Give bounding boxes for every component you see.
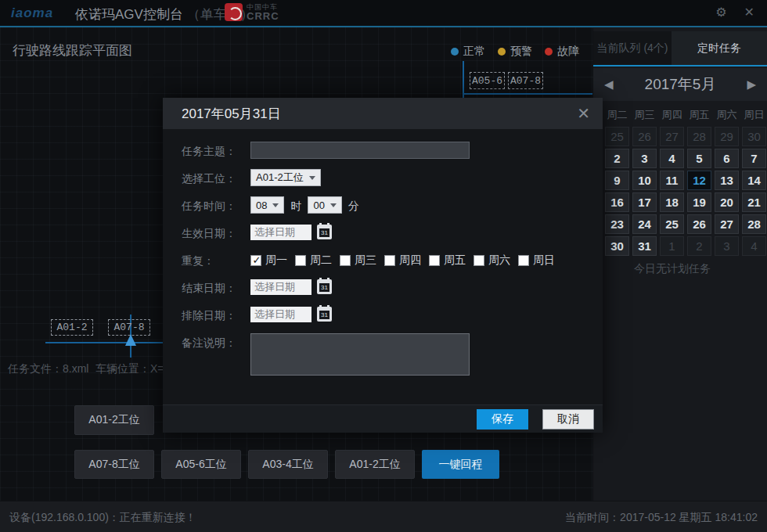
panel-tabs: 当前队列 (4个) 定时任务 (593, 31, 767, 66)
minute-select[interactable]: 00 (308, 196, 341, 214)
repeat-day-label: 周三 (355, 253, 376, 268)
cancel-button[interactable]: 取消 (542, 409, 594, 430)
no-tasks-message: 今日无计划任务 (578, 262, 767, 276)
calendar-day[interactable]: 29 (715, 127, 739, 146)
note-row: 备注说明： (182, 333, 584, 376)
calendar-day[interactable]: 25 (605, 127, 629, 146)
weekday-label: 周四 (660, 108, 684, 122)
calendar-day[interactable]: 7 (742, 149, 766, 168)
calendar-nav: ◀ 2017年5月 ▶ (593, 68, 767, 101)
dialog-close-icon[interactable]: ✕ (577, 104, 590, 123)
checkbox-icon (250, 255, 261, 266)
repeat-day-checkbox[interactable]: 周日 (518, 253, 555, 268)
calendar-day[interactable]: 27 (715, 214, 739, 234)
repeat-day-checkbox[interactable]: 周五 (429, 253, 466, 268)
calendar-day[interactable]: 18 (660, 192, 684, 212)
calendar-day[interactable]: 27 (660, 127, 684, 146)
status-dot-icon (498, 48, 506, 56)
calendar-picker-icon[interactable] (317, 225, 332, 239)
tab-current-queue[interactable]: 当前队列 (4个) (593, 31, 672, 65)
repeat-day-checkbox[interactable]: 周二 (295, 253, 332, 268)
calendar-day[interactable]: 10 (632, 171, 657, 190)
station-node[interactable]: A05-6 (470, 72, 505, 89)
weekday-label: 周五 (687, 108, 711, 122)
end-date-input[interactable]: 选择日期 (250, 279, 311, 295)
calendar-day[interactable]: 26 (687, 214, 711, 234)
station-node[interactable]: A07-8 (508, 72, 543, 89)
checkbox-icon (518, 255, 529, 266)
repeat-day-checkbox[interactable]: 周四 (384, 253, 421, 268)
calendar-picker-icon[interactable] (317, 279, 332, 294)
legend-item: 故障 (545, 45, 579, 59)
save-button[interactable]: 保存 (477, 409, 528, 430)
calendar-day[interactable]: 6 (715, 149, 739, 168)
calendar-day[interactable]: 3 (632, 149, 657, 168)
checkbox-icon (429, 255, 440, 266)
gear-icon[interactable]: ⚙ (715, 5, 726, 20)
station-node[interactable]: A07-8 (108, 319, 150, 336)
calendar-day[interactable]: 9 (605, 171, 629, 190)
station-button[interactable]: A03-4工位 (248, 450, 328, 479)
station-button[interactable]: A01-2工位 (335, 450, 415, 479)
repeat-day-checkbox[interactable]: 周三 (340, 253, 376, 268)
calendar-day[interactable]: 31 (632, 236, 657, 256)
dialog-body: 任务主题： 选择工位： A01-2工位 任务时间： 08 时 00 (163, 129, 603, 376)
hour-select[interactable]: 08 (250, 196, 284, 214)
calendar-day[interactable]: 30 (742, 127, 766, 146)
calendar-day[interactable]: 16 (605, 192, 629, 212)
repeat-day-label: 周日 (533, 253, 555, 268)
repeat-day-label: 周五 (444, 253, 466, 268)
calendar-day[interactable]: 4 (660, 149, 684, 168)
chevron-down-icon (272, 203, 279, 207)
calendar-picker-icon[interactable] (317, 307, 332, 322)
repeat-day-checkbox[interactable]: 周六 (474, 253, 510, 268)
station-node[interactable]: A01-2 (51, 319, 93, 336)
tab-timed-tasks[interactable]: 定时任务 (672, 31, 767, 65)
task-time-row: 任务时间： 08 时 00 分 (182, 196, 584, 214)
calendar-day[interactable]: 26 (632, 127, 657, 146)
station-select[interactable]: A01-2工位 (250, 169, 321, 186)
calendar-day[interactable]: 12 (687, 171, 711, 190)
prev-month-icon[interactable]: ◀ (604, 77, 614, 92)
calendar-day[interactable]: 13 (715, 171, 739, 190)
calendar-day[interactable]: 19 (687, 192, 711, 212)
calendar-day[interactable]: 25 (660, 214, 684, 234)
repeat-day-checkbox[interactable]: 周一 (250, 253, 287, 268)
calendar-day[interactable]: 20 (715, 192, 739, 212)
repeat-row: 重复： 周一 周二 周三 周四 (182, 251, 584, 268)
window-close-icon[interactable]: ✕ (744, 5, 754, 20)
station-button[interactable]: A07-8工位 (74, 450, 154, 479)
vehicle-position-marker (125, 334, 136, 346)
station-button[interactable]: A05-6工位 (161, 450, 241, 479)
calendar-day[interactable]: 24 (632, 214, 657, 234)
calendar-day[interactable]: 4 (742, 236, 766, 256)
calendar-day[interactable]: 30 (605, 236, 629, 256)
exclude-date-input[interactable]: 选择日期 (250, 307, 311, 322)
checkbox-icon (340, 255, 351, 266)
calendar-day[interactable]: 1 (660, 236, 684, 256)
one-key-return-button[interactable]: 一键回程 (422, 450, 499, 479)
note-label: 备注说明： (182, 333, 250, 350)
calendar-day[interactable]: 23 (605, 214, 629, 234)
station-button[interactable]: A01-2工位 (74, 405, 154, 435)
calendar-grid: 2425262728293012345678910111213141516171… (578, 127, 767, 256)
task-subject-input[interactable] (250, 142, 470, 159)
calendar-day[interactable]: 14 (742, 171, 766, 190)
calendar-day[interactable]: 3 (715, 236, 739, 256)
calendar-day[interactable]: 28 (742, 214, 766, 234)
calendar-day[interactable]: 11 (660, 171, 684, 190)
calendar-day[interactable]: 28 (687, 127, 711, 146)
calendar-day[interactable]: 2 (687, 236, 711, 256)
note-textarea[interactable] (250, 333, 470, 376)
next-month-icon[interactable]: ▶ (747, 77, 756, 92)
repeat-day-label: 周一 (265, 253, 287, 268)
repeat-day-label: 周二 (310, 253, 332, 268)
calendar-day[interactable]: 5 (687, 149, 711, 168)
checkbox-icon (474, 255, 484, 266)
calendar-day[interactable]: 17 (632, 192, 657, 212)
calendar-day[interactable]: 2 (605, 149, 629, 168)
start-date-input[interactable]: 选择日期 (250, 225, 311, 240)
calendar-day[interactable]: 21 (742, 192, 766, 212)
brand-logo: iaoma (11, 5, 53, 21)
station-select-row: 选择工位： A01-2工位 (182, 169, 584, 186)
